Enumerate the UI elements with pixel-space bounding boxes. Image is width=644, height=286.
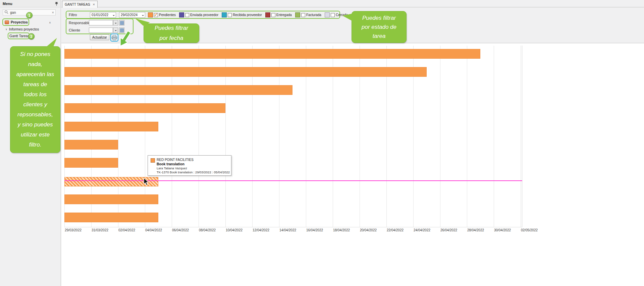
dropdown-arrow-icon	[113, 15, 115, 17]
callout-tail	[135, 18, 150, 26]
x-axis-tick-label: 10/04/2022	[226, 228, 243, 232]
callout-estado: Puedes filtrar por estado de tarea	[352, 11, 407, 43]
print-button[interactable]	[110, 34, 118, 42]
color-swatch	[265, 12, 270, 17]
gantt-bar[interactable]	[64, 49, 480, 59]
gantt-tooltip: RED POINT FACILITIES Book translation La…	[148, 155, 231, 176]
responsable-input[interactable]	[89, 20, 113, 25]
gantt-bar[interactable]	[64, 194, 158, 204]
legend-label: Entregada	[276, 13, 292, 17]
gantt-bar[interactable]	[64, 158, 118, 168]
search-clear-icon[interactable]: ×	[52, 10, 54, 14]
search-icon	[4, 10, 8, 15]
legend-item: Recibida proveedor	[222, 12, 262, 17]
app-window: Menu gan × 1 Proyectos ∧ ∨ Informes proy…	[0, 0, 644, 286]
annotation-badge-1: 1	[26, 12, 33, 18]
legend-checkbox[interactable]	[331, 13, 335, 17]
cliente-dropdown-button[interactable]	[113, 27, 118, 33]
sidebar: Menu gan × 1 Proyectos ∧ ∨ Informes proy…	[0, 0, 61, 286]
legend-checkbox[interactable]	[271, 13, 275, 17]
chevron-down-icon: ∨	[5, 28, 7, 31]
x-axis-tick-label: 06/04/2022	[172, 228, 189, 232]
gantt-bar[interactable]	[64, 140, 118, 150]
actualizar-button[interactable]: Actualizar	[90, 34, 109, 40]
gantt-bar[interactable]	[64, 67, 427, 77]
x-axis-line	[64, 227, 522, 227]
tab-close-icon[interactable]: ×	[93, 2, 95, 6]
gantt-bar[interactable]	[64, 103, 225, 113]
color-swatch	[222, 12, 227, 17]
responsable-label: Responsable	[69, 21, 90, 25]
date-from-value: 01/01/2022	[92, 13, 108, 17]
date-from-combo[interactable]: 01/01/2022	[90, 12, 116, 18]
x-axis-tick-label: 28/04/2022	[467, 228, 484, 232]
dropdown-arrow-icon	[142, 15, 144, 17]
x-axis-tick-label: 16/04/2022	[306, 228, 323, 232]
grid-icon	[120, 21, 124, 25]
legend-item: Facturada	[295, 12, 321, 17]
x-axis-tick-label: 31/03/2022	[92, 228, 108, 232]
printer-icon	[112, 35, 117, 40]
dropdown-arrow-icon	[115, 30, 117, 32]
callout-filter-hint: Si no pones nada, aparecerán las tareas …	[10, 46, 60, 153]
legend-label: Enviada proveedor	[190, 13, 218, 17]
projects-icon	[5, 20, 9, 24]
color-swatch	[295, 12, 300, 17]
color-swatch	[148, 12, 153, 17]
tooltip-detail: TK-1370 Book translation : 29/03/2022 : …	[157, 170, 228, 174]
gantt-bar[interactable]	[64, 85, 292, 95]
actualizar-label: Actualizar	[92, 36, 107, 39]
legend-checkbox[interactable]	[185, 13, 189, 17]
x-axis-tick-label: 04/04/2022	[145, 228, 162, 232]
callout-text: Puedes filtrar por estado de tarea	[362, 13, 396, 41]
x-axis-tick-label: 29/03/2022	[65, 228, 82, 232]
tooltip-person: Lara Tatiana Vazquez	[157, 166, 228, 170]
legend-label: Recibida proveedor	[233, 13, 262, 17]
dropdown-arrow-icon	[115, 23, 117, 25]
x-axis-tick-label: 22/04/2022	[387, 228, 404, 232]
tooltip-company: RED POINT FACILITIES	[157, 158, 228, 162]
sidebar-item-gantt-tareas[interactable]: Gantt Tareas	[9, 34, 30, 38]
hover-row-line	[64, 180, 522, 181]
legend-checkbox[interactable]	[301, 13, 305, 17]
gridline	[440, 46, 440, 227]
gantt-bar[interactable]	[64, 122, 158, 131]
tooltip-task: Book translation	[157, 162, 228, 166]
callout-tail	[44, 38, 59, 47]
responsable-lookup-button[interactable]	[119, 20, 124, 25]
x-axis-tick-label: 30/04/2022	[494, 228, 511, 232]
main-area: GANTT TAREAS × Filtro 01/01/2022 29/02/2…	[61, 0, 644, 286]
x-axis-tick-label: 26/04/2022	[440, 228, 457, 232]
sidebar-item-label: Gantt Tareas	[9, 34, 30, 38]
gantt-chart: 29/03/202231/03/202202/04/202204/04/2022…	[61, 44, 644, 286]
legend-checkbox[interactable]: ✓	[154, 13, 158, 17]
responsable-dropdown-button[interactable]	[113, 20, 118, 25]
callout-text: Si no pones nada, aparecerán las tareas …	[16, 49, 54, 150]
x-axis-tick-label: 18/04/2022	[333, 228, 350, 232]
date-to-combo[interactable]: 29/02/2024	[119, 12, 145, 18]
sidebar-item-informes-proyectos[interactable]: ∨ Informes proyectos	[5, 27, 39, 31]
pin-icon[interactable]	[54, 1, 59, 6]
tab-bar: GANTT TAREAS ×	[61, 0, 644, 7]
callout-fecha: Puedes filtrar por fecha	[144, 23, 199, 43]
x-axis-tick-label: 12/04/2022	[253, 228, 269, 232]
x-axis-tick-label: 24/04/2022	[414, 228, 430, 232]
sidebar-item-label: Proyectos	[11, 20, 28, 24]
color-swatch	[325, 12, 330, 17]
gantt-bar[interactable]	[64, 213, 158, 222]
sidebar-item-proyectos[interactable]: Proyectos	[5, 20, 28, 24]
sidebar-item-label: Informes proyectos	[9, 27, 39, 31]
x-axis-tick-label: 20/04/2022	[360, 228, 377, 232]
mouse-cursor-icon	[144, 178, 150, 186]
legend-checkbox[interactable]	[228, 13, 232, 17]
x-axis-tick-label: 02/05/2022	[521, 228, 538, 232]
filter-toolbar: Filtro 01/01/2022 29/02/2024 ✓Pendientes…	[61, 7, 644, 43]
tab-gantt-tareas[interactable]: GANTT TAREAS ×	[62, 1, 98, 8]
cliente-input[interactable]	[89, 27, 113, 33]
legend-item: Entregada	[265, 12, 292, 17]
chevron-up-icon[interactable]: ∧	[49, 21, 51, 24]
tooltip-color-swatch	[151, 158, 155, 163]
chart-border	[522, 46, 522, 227]
filtro-label: Filtro	[69, 13, 77, 17]
legend-label: Facturada	[306, 13, 321, 17]
